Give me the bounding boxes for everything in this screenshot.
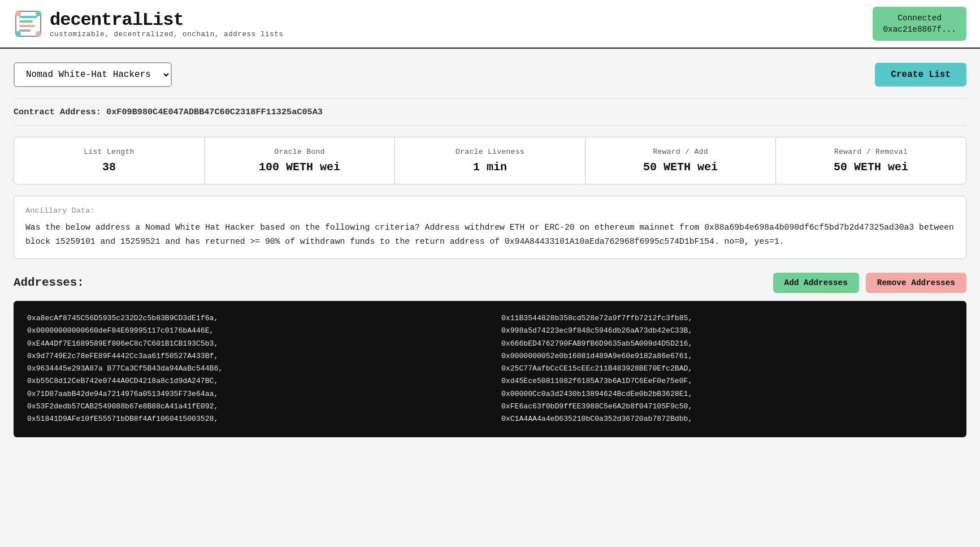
- stat-reward-add-label: Reward / Add: [592, 148, 769, 156]
- addresses-header: Addresses: Add Addresses Remove Addresse…: [14, 273, 966, 293]
- list-item: 0x666bED4762790FAB9fB6D9635ab5A009d4D5D2…: [501, 338, 953, 350]
- list-item: 0x11B3544828b358cd528e72a9f7ffb7212fc3fb…: [501, 312, 953, 325]
- svg-point-7: [15, 31, 21, 37]
- list-item: 0x00000000000660deF84E69995117c0176bA446…: [27, 325, 479, 337]
- list-selector[interactable]: Nomad White-Hat Hackers: [14, 62, 172, 87]
- main-content: Nomad White-Hat Hackers Create List Cont…: [0, 49, 980, 437]
- contract-label: Contract Address:: [14, 107, 101, 117]
- remove-addresses-button[interactable]: Remove Addresses: [866, 273, 966, 293]
- svg-point-8: [36, 31, 41, 37]
- list-item: 0xE4A4Df7E1689589Ef806eC8c7C601B1CB193C5…: [27, 338, 479, 350]
- connected-label: Connected: [883, 12, 956, 24]
- app-subtitle: customizable, decentralized, onchain, ad…: [50, 31, 283, 38]
- list-item: 0x998a5d74223ec9f848c5946db26aA73db42eC3…: [501, 325, 953, 337]
- addresses-col2: 0x11B3544828b358cd528e72a9f7ffb7212fc3fb…: [501, 312, 953, 426]
- stat-reward-add: Reward / Add 50 WETH wei: [586, 137, 776, 184]
- stat-oracle-bond-label: Oracle Bond: [211, 148, 388, 156]
- list-item: 0x53F2dedb57CAB2549088b67e8B88cA41a41fE0…: [27, 400, 479, 413]
- stat-oracle-liveness-value: 1 min: [402, 161, 578, 174]
- app-header: decentralList customizable, decentralize…: [0, 0, 980, 49]
- svg-rect-2: [19, 20, 33, 23]
- stat-oracle-bond: Oracle Bond 100 WETH wei: [205, 137, 395, 184]
- stat-reward-removal-label: Reward / Removal: [783, 148, 959, 156]
- list-item: 0x9d7749E2c78eFE89F4442Cc3aa61f50527A433…: [27, 350, 479, 363]
- stat-reward-removal: Reward / Removal 50 WETH wei: [776, 137, 966, 184]
- add-addresses-button[interactable]: Add Addresses: [773, 273, 859, 293]
- contract-address-row: Contract Address: 0xF09B980C4E047ADBB47C…: [14, 98, 966, 126]
- connected-button[interactable]: Connected 0xac21e8867f...: [873, 7, 966, 41]
- stat-reward-add-value: 50 WETH wei: [592, 161, 769, 174]
- stat-oracle-liveness: Oracle Liveness 1 min: [395, 137, 586, 184]
- list-item: 0x9634445e293A87a B77Ca3Cf5B43da94AaBc54…: [27, 363, 479, 375]
- addresses-box: 0xa8ecAf8745C56D5935c232D2c5b83B9CD3dE1f…: [14, 301, 966, 437]
- logo-area: decentralList customizable, decentralize…: [14, 9, 283, 38]
- addresses-title: Addresses:: [14, 276, 84, 289]
- contract-address-value: 0xF09B980C4E047ADBB47C60C2318FF11325aC05…: [106, 107, 323, 117]
- stat-oracle-bond-value: 100 WETH wei: [211, 161, 388, 174]
- ancillary-box: Ancillary Data: Was the below address a …: [14, 196, 966, 259]
- list-item: 0x25C77AafbCcCE15cEEc211B483928BE70Efc2B…: [501, 363, 953, 375]
- list-item: 0x71D87aabB42de94a7214976a05134935F73e64…: [27, 388, 479, 400]
- list-item: 0xa8ecAf8745C56D5935c232D2c5b83B9CD3dE1f…: [27, 312, 479, 325]
- list-item: 0x51841D9AFe10fE55571bDB8f4Af10604150035…: [27, 413, 479, 425]
- list-item: 0x00000Cc0a3d2430b13894624BcdEe0b2bB3628…: [501, 388, 953, 400]
- svg-rect-1: [19, 16, 37, 18]
- list-item: 0xC1A4AA4a4eD635210bC0a352d36720ab7872Bd…: [501, 413, 953, 425]
- svg-point-6: [36, 11, 41, 16]
- svg-point-5: [15, 11, 21, 16]
- ancillary-label: Ancillary Data:: [25, 206, 955, 215]
- stat-list-length-label: List Length: [21, 148, 197, 156]
- app-title: decentralList: [50, 10, 283, 31]
- logo-text: decentralList customizable, decentralize…: [50, 10, 283, 38]
- ancillary-text: Was the below address a Nomad White Hat …: [25, 221, 955, 248]
- list-item: 0xd45Ece50811082f6185A73b6A1D7C6EeF0e75e…: [501, 375, 953, 387]
- addresses-col1: 0xa8ecAf8745C56D5935c232D2c5b83B9CD3dE1f…: [27, 312, 479, 426]
- list-item: 0x0000000052e0b16081d489A9e60e9182a86e67…: [501, 350, 953, 363]
- stat-reward-removal-value: 50 WETH wei: [783, 161, 959, 174]
- app-logo-icon: [14, 9, 43, 38]
- stat-list-length-value: 38: [21, 161, 197, 174]
- svg-rect-3: [19, 25, 35, 27]
- stats-row: List Length 38 Oracle Bond 100 WETH wei …: [14, 137, 966, 184]
- address-buttons: Add Addresses Remove Addresses: [773, 273, 966, 293]
- list-item: 0xFE6ac63f0bD9ffEE3988C5e6A2b8f047105F9c…: [501, 400, 953, 413]
- stat-list-length: List Length 38: [14, 137, 205, 184]
- top-row: Nomad White-Hat Hackers Create List: [14, 62, 966, 87]
- connected-address: 0xac21e8867f...: [883, 24, 956, 35]
- svg-rect-4: [19, 29, 31, 32]
- create-list-button[interactable]: Create List: [875, 63, 966, 87]
- stat-oracle-liveness-label: Oracle Liveness: [402, 148, 578, 156]
- list-item: 0xb55C8d12CeB742e0744A0CD4218a8c1d9dA247…: [27, 375, 479, 387]
